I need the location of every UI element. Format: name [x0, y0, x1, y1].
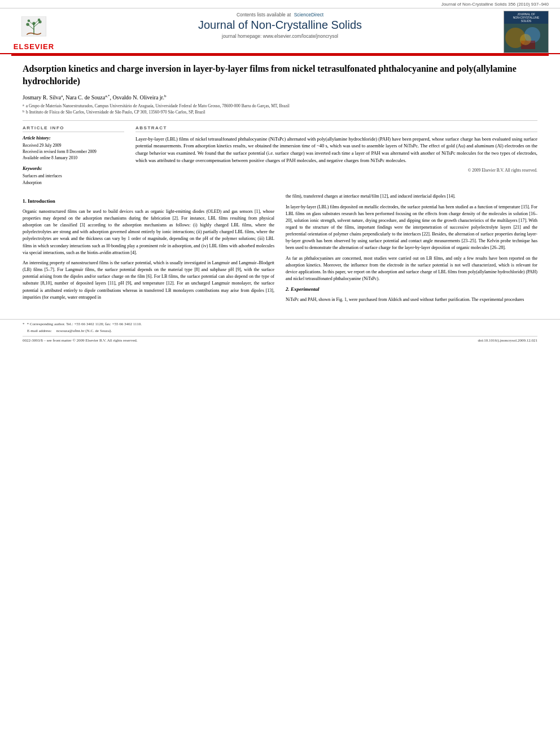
email-address: ncsouza@ufmt.br (N.C. de Souza).	[56, 329, 112, 334]
body-content: 1. Introduction Organic nanostructured f…	[23, 193, 537, 307]
sciencedirect-link[interactable]: ScienceDirect	[294, 12, 323, 18]
article-content: Adsorption kinetics and charge inversion…	[0, 56, 560, 312]
affiliations: a a Grupo de Materiais Nanoestruturados,…	[23, 103, 537, 116]
body-para-4: In layer-by-layer (LBL) films deposited …	[286, 204, 537, 252]
footer-doi: doi:10.1016/j.jnoncrysol.2009.12.021	[478, 338, 537, 343]
revised-date: Received in revised form 8 December 2009	[23, 148, 124, 155]
email-label: E-mail address:	[27, 329, 52, 334]
elsevier-logo: ELSEVIER	[11, 11, 56, 51]
author-osvaldo: Osvaldo N. Oliveira jr.	[113, 94, 164, 101]
author-josmary: Josmary R. Silva	[23, 94, 61, 101]
body-col-1: 1. Introduction Organic nanostructured f…	[23, 193, 274, 307]
body-para-6: NiTsPc and PAH, shown in Fig. 1, were pu…	[286, 296, 537, 303]
svg-point-10	[32, 22, 35, 25]
keyword-1: Surfaces and interfaces	[23, 173, 124, 180]
journal-title-header: Journal of Non-Crystalline Solids	[68, 19, 492, 32]
abstract-text: Layer-by-layer (LBL) films of nickel tet…	[135, 136, 537, 164]
affil-b-text: b Instituto de Física de São Carlos, Uni…	[26, 109, 205, 115]
author-nara: Nara C. de Souza	[65, 94, 105, 101]
logo-title-text: JOURNAL OF NON-CRYSTALLINE SOLIDS	[504, 11, 548, 24]
body-para-2: An interesting property of nanostructure…	[23, 260, 274, 301]
article-title: Adsorption kinetics and charge inversion…	[23, 63, 537, 88]
authors-line: Josmary R. Silvaa, Nara C. de Souzaa,*, …	[23, 94, 537, 101]
keywords-list: Surfaces and interfaces Adsorption	[23, 173, 124, 186]
info-abstract-cols: ARTICLE INFO Article history: Received 2…	[23, 125, 537, 187]
body-para-1: Organic nanostructured films can be used…	[23, 208, 274, 256]
elsevier-wordmark: ELSEVIER	[14, 42, 54, 51]
svg-point-15	[520, 34, 531, 45]
affil-a-line: a a Grupo de Materiais Nanoestruturados,…	[23, 103, 537, 109]
logo-image	[504, 24, 548, 53]
divider-1	[23, 120, 537, 121]
section1-heading: 1. Introduction	[23, 198, 274, 206]
copyright: © 2009 Elsevier B.V. All rights reserved…	[135, 168, 537, 173]
article-info-col: ARTICLE INFO Article history: Received 2…	[23, 125, 124, 187]
journal-info-line: Journal of Non-Crystalline Solids 356 (2…	[0, 0, 560, 8]
journal-logo: JOURNAL OF NON-CRYSTALLINE SOLIDS	[504, 11, 549, 53]
affil-b-line: b b Instituto de Física de São Carlos, U…	[23, 109, 537, 115]
body-col-2: the film), transferred charges at interf…	[286, 193, 537, 307]
sciencedirect-prefix: Contents lists available at	[237, 12, 291, 18]
journal-center: Contents lists available at ScienceDirec…	[56, 11, 504, 40]
article-history-label: Article history:	[23, 136, 124, 141]
journal-header: ELSEVIER Contents lists available at Sci…	[0, 8, 560, 54]
footer: * * Corresponding author. Tel.: +55 66 3…	[0, 319, 560, 346]
footer-bottom: 0022-3093/$ – see front matter © 2009 El…	[23, 336, 537, 343]
footer-copyright: 0022-3093/$ – see front matter © 2009 El…	[23, 338, 138, 343]
affil-a-text: a Grupo de Materiais Nanoestruturados, C…	[26, 103, 290, 109]
section2-heading: 2. Experimental	[286, 286, 537, 294]
article-info-section: Article history: Received 29 July 2009 R…	[23, 136, 124, 187]
body-two-col: 1. Introduction Organic nanostructured f…	[23, 193, 537, 307]
journal-homepage: journal homepage: www.elsevier.com/locat…	[68, 33, 492, 39]
svg-point-6	[26, 23, 29, 25]
keywords-label: Keywords:	[23, 166, 124, 171]
svg-point-9	[38, 19, 41, 21]
page: Journal of Non-Crystalline Solids 356 (2…	[0, 0, 560, 747]
footnote-star-text: * Corresponding author. Tel.: +55 66 340…	[27, 322, 142, 327]
footnote-star: * * Corresponding author. Tel.: +55 66 3…	[23, 322, 537, 327]
elsevier-emblem-icon	[15, 14, 53, 42]
abstract-label: ABSTRACT	[135, 125, 537, 132]
body-para-3: the film), transferred charges at interf…	[286, 193, 537, 200]
abstract-col: ABSTRACT Layer-by-layer (LBL) films of n…	[135, 125, 537, 187]
sciencedirect-line: Contents lists available at ScienceDirec…	[68, 12, 492, 18]
svg-point-8	[28, 20, 30, 23]
article-info-label: ARTICLE INFO	[23, 125, 124, 132]
body-para-5: As far as phthalocyanines are concerned,…	[286, 255, 537, 283]
footnote-email: E-mail address: ncsouza@ufmt.br (N.C. de…	[23, 329, 537, 334]
received-date: Received 29 July 2009	[23, 142, 124, 148]
footnote-star-symbol: *	[23, 322, 25, 327]
journal-info-text: Journal of Non-Crystalline Solids 356 (2…	[441, 2, 549, 7]
available-date: Available online 8 January 2010	[23, 155, 124, 161]
keyword-2: Adsorption	[23, 180, 124, 186]
